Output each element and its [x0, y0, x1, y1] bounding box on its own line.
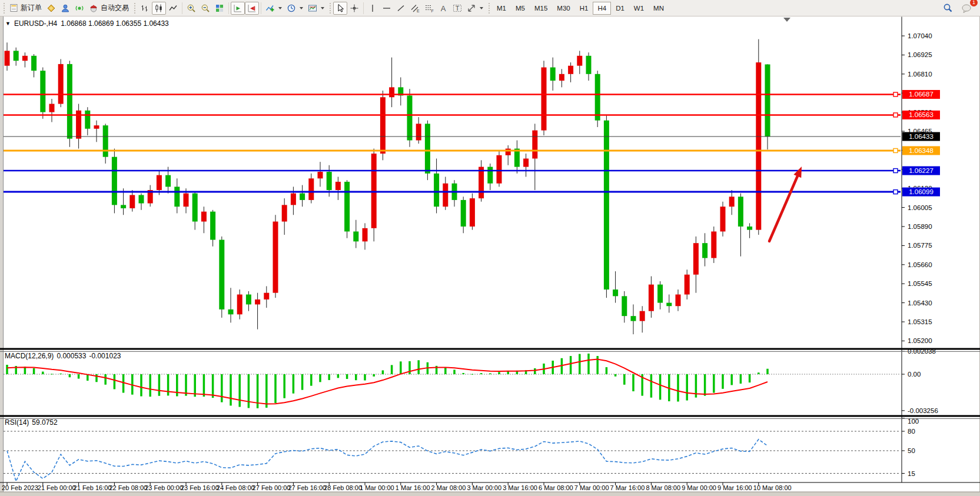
macd-histogram-bar: [51, 374, 53, 374]
hline-handle[interactable]: [893, 190, 898, 194]
hline-handle[interactable]: [893, 148, 898, 152]
candle-body: [344, 182, 350, 232]
notifications-button[interactable]: 1: [959, 2, 974, 15]
chart-shift-button[interactable]: [245, 2, 259, 15]
vertical-line-tool-button[interactable]: [366, 2, 380, 15]
candle-body: [139, 195, 144, 203]
candle-body: [532, 131, 537, 159]
macd-histogram-bar: [78, 374, 80, 379]
price-tag-label: 1.06433: [909, 133, 934, 140]
signals-button[interactable]: [72, 2, 87, 15]
price-tag-label: 1.06099: [909, 188, 934, 195]
toolbar-grip[interactable]: [487, 3, 491, 14]
search-icon: [943, 3, 953, 13]
hline-handle[interactable]: [893, 92, 898, 96]
time-tick-label: 10 Mar 08:00: [753, 484, 792, 491]
price-tick-label: 1.05200: [908, 337, 932, 344]
macd-histogram-bar: [283, 374, 285, 398]
time-tick-label: 28 Feb 08:00: [324, 484, 362, 491]
tf-button-w1[interactable]: W1: [629, 2, 649, 15]
hline-handle[interactable]: [893, 169, 898, 173]
candle-body: [67, 64, 72, 139]
tf-button-m15[interactable]: M15: [530, 2, 552, 15]
tf-button-mn[interactable]: MN: [649, 2, 669, 15]
candle-body: [711, 231, 716, 258]
templates-caret: [321, 7, 324, 9]
tf-button-d1[interactable]: D1: [611, 2, 629, 15]
periods-button[interactable]: [284, 2, 305, 15]
candle-body: [103, 125, 108, 157]
candle-body: [335, 182, 341, 190]
macd-histogram-bar: [364, 374, 366, 381]
toolbar-grip[interactable]: [132, 3, 137, 14]
macd-histogram-bar: [310, 374, 313, 386]
macd-value-signal: -0.001023: [89, 352, 121, 360]
candle-body: [622, 296, 627, 316]
price-tick-label: 1.05315: [908, 318, 932, 325]
indicators-button[interactable]: [263, 2, 284, 15]
price-tick-label: 1.06005: [908, 204, 932, 211]
channel-tool-button[interactable]: E: [408, 2, 422, 15]
bar-chart-mode-button[interactable]: [138, 2, 152, 15]
text-tool-button[interactable]: A: [436, 2, 450, 15]
cursor-tool-button[interactable]: [333, 2, 347, 15]
text-label-tool-button[interactable]: T: [450, 2, 464, 15]
tf-button-m5[interactable]: M5: [511, 2, 530, 15]
fibonacci-tool-button[interactable]: F: [422, 2, 436, 15]
time-tick-label: 22 Feb 08:00: [109, 484, 147, 491]
candle-body: [31, 56, 36, 71]
tf-button-m1[interactable]: M1: [492, 2, 511, 15]
hline-handle[interactable]: [893, 113, 898, 117]
macd-axis-label: -0.003256: [908, 407, 938, 414]
macd-histogram-bar: [417, 360, 420, 374]
macd-histogram-bar: [104, 374, 107, 385]
zoom-out-button[interactable]: [198, 2, 212, 15]
price-tick-label: 1.06925: [908, 51, 932, 58]
macd-histogram-bar: [677, 374, 679, 402]
tf-button-h4[interactable]: H4: [593, 2, 611, 15]
new-order-button[interactable]: 新订单: [7, 2, 44, 15]
macd-histogram-bar: [579, 354, 581, 374]
templates-button[interactable]: [305, 2, 327, 15]
crosshair-tool-button[interactable]: [347, 2, 361, 15]
text-tool-icon: A: [438, 4, 448, 13]
indicators-icon: [265, 4, 275, 13]
macd-histogram-bar: [686, 374, 688, 401]
line-chart-mode-button[interactable]: [166, 2, 180, 15]
candlestick-mode-button[interactable]: [152, 2, 166, 15]
macd-histogram-bar: [274, 374, 277, 403]
arrows-tool-button[interactable]: [464, 2, 486, 15]
horizontal-line-tool-button[interactable]: [380, 2, 394, 15]
auto-trading-button[interactable]: 自动交易: [87, 2, 131, 15]
auto-scroll-icon: [233, 4, 242, 13]
tile-windows-button[interactable]: [212, 2, 227, 15]
candle-body: [129, 195, 135, 208]
macd-histogram-bar: [659, 374, 662, 400]
horizontal-scrollbar[interactable]: [0, 492, 980, 496]
candle-body: [559, 74, 564, 81]
macd-histogram-bar: [149, 374, 151, 397]
arrows-caret: [480, 7, 483, 9]
macd-histogram-bar: [373, 374, 375, 377]
candle-body: [407, 95, 413, 140]
quotes-button[interactable]: [44, 2, 58, 15]
time-tick-label: 3 Mar 00:00: [467, 484, 501, 491]
search-button[interactable]: [941, 2, 955, 15]
tf-button-m30[interactable]: M30: [552, 2, 574, 15]
toolbar-grip[interactable]: [328, 3, 332, 14]
price-tag-label: 1.06348: [909, 147, 934, 154]
periods-caret: [300, 7, 303, 9]
candle-body: [738, 197, 743, 227]
toolbar-grip[interactable]: [2, 3, 6, 14]
indicators-caret: [278, 7, 282, 9]
zoom-in-button[interactable]: [184, 2, 198, 15]
data-window-button[interactable]: [58, 2, 72, 15]
macd-histogram-bar: [498, 372, 500, 374]
candle-body: [756, 62, 761, 230]
tf-button-h1[interactable]: H1: [575, 2, 593, 15]
candlestick-icon: [154, 4, 164, 13]
auto-scroll-button[interactable]: [231, 2, 245, 15]
trendline-tool-button[interactable]: [394, 2, 408, 15]
chart-title: ▼ EURUSD-,H4 1.06868 1.06869 1.06355 1.0…: [5, 19, 169, 28]
chart-canvas[interactable]: 1.070401.069251.068101.066951.065801.064…: [0, 0, 980, 496]
